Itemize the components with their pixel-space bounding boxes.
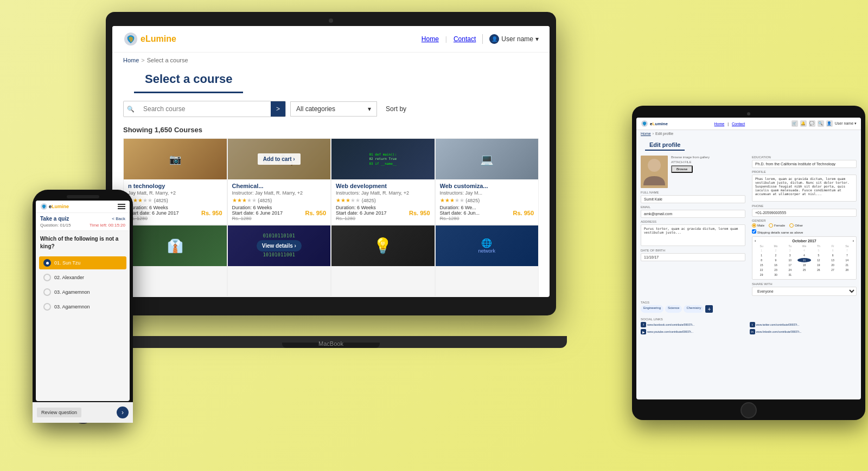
tablet-screen: eLumine Home | Contact 🛒 🔔 💬 🔍 👤 User na… [636, 118, 861, 399]
cal-day-20[interactable]: 20 [826, 263, 839, 267]
cal-day-18[interactable]: 18 [797, 263, 811, 267]
cal-day-2[interactable]: 2 [769, 253, 782, 257]
cal-day-prev-7[interactable]: 7 [840, 248, 854, 253]
course-duration-3: Duration: 6 Weeks [336, 205, 387, 210]
tag-add-button[interactable]: + [705, 305, 713, 313]
education-input[interactable] [752, 160, 857, 168]
option-radio-1 [43, 259, 51, 267]
site-logo: eHomeLumine [123, 31, 176, 47]
cal-day-prev-1[interactable]: 1 [755, 248, 768, 253]
cal-day-31[interactable]: 31 [783, 273, 797, 277]
twitter-link[interactable]: t www.twitter.com/contribute/09937t... [750, 322, 857, 327]
browse-button[interactable]: Browse [671, 165, 693, 173]
cal-day-21[interactable]: 21 [840, 263, 854, 267]
cal-day-22[interactable]: 22 [755, 268, 768, 272]
quiz-option-4[interactable]: 03. Agamemnon [39, 300, 126, 313]
share-with-select[interactable]: Everyone Friends Groups [752, 287, 857, 296]
linkedin-link[interactable]: in www.linkedin.com/contribute/09937t... [750, 329, 857, 334]
form-group-profile: Profile Phas lorem, quam ac gravida dict… [752, 170, 857, 202]
add-to-cart-button[interactable]: Add to cart › [258, 153, 301, 165]
fullname-input[interactable] [641, 195, 745, 203]
phone-nav: eLumine [36, 201, 130, 213]
cal-day-24[interactable]: 24 [783, 268, 797, 272]
cal-day-11-today[interactable]: 11 [797, 258, 811, 262]
cal-day-prev-5[interactable]: 5 [812, 248, 825, 253]
cal-day-19[interactable]: 19 [812, 263, 825, 267]
cal-day-3[interactable]: 3 [783, 253, 797, 257]
gender-other-option[interactable]: Other [789, 223, 803, 228]
address-same-checkbox[interactable]: Shipping details same as above [752, 229, 857, 234]
dob-input[interactable] [641, 253, 745, 261]
hamburger-menu[interactable] [118, 204, 125, 209]
hamburger-line-2 [118, 206, 125, 207]
cal-day-prev-3[interactable]: 3 [783, 248, 797, 253]
user-menu[interactable]: 👤 User name ▾ [482, 34, 539, 44]
view-details-button[interactable]: View details › [257, 240, 302, 251]
tablet-breadcrumb-home[interactable]: Home [641, 132, 651, 136]
cal-day-prev-4[interactable]: 4 [797, 248, 811, 253]
youtube-link[interactable]: ▶ www.youtube.com/contribute/09937t... [641, 329, 748, 334]
cal-day-25[interactable]: 25 [797, 268, 811, 272]
gender-female-option[interactable]: Female [769, 223, 785, 228]
cal-day-29[interactable]: 29 [755, 273, 768, 277]
cal-day-27[interactable]: 27 [826, 268, 839, 272]
cal-day-8[interactable]: 8 [755, 258, 768, 262]
logo-text: eHomeLumine [141, 34, 176, 44]
edit-profile-wrapper: Edit profile [636, 137, 861, 152]
phone-input[interactable] [752, 209, 857, 217]
breadcrumb-home[interactable]: Home [123, 57, 139, 63]
cal-prev-icon[interactable]: ‹ [755, 239, 756, 243]
category-select[interactable]: All categories ▾ [290, 101, 377, 117]
cal-day-7[interactable]: 7 [840, 253, 854, 257]
cal-day-prev-6[interactable]: 6 [826, 248, 839, 253]
quiz-option-2[interactable]: 02. Alexander [39, 271, 126, 284]
browse-gallery-link[interactable]: Browse image from gallery [671, 156, 710, 159]
cal-day-26[interactable]: 26 [812, 268, 825, 272]
cal-day-1[interactable]: 1 [755, 253, 768, 257]
cal-day-9[interactable]: 9 [769, 258, 782, 262]
tablet-notification-icon[interactable]: 🔔 [800, 120, 807, 127]
quiz-back-button[interactable]: < Back [112, 216, 125, 221]
quiz-option-1[interactable]: 01. Sun Tzu [39, 256, 126, 269]
tablet-home-button[interactable] [741, 402, 757, 418]
cal-day-15[interactable]: 15 [755, 263, 768, 267]
search-submit-button[interactable]: > [271, 101, 285, 117]
form-group-education: Education [752, 156, 857, 168]
cal-day-30[interactable]: 30 [769, 273, 782, 277]
cal-day-5[interactable]: 5 [812, 253, 825, 257]
email-input[interactable] [641, 210, 745, 218]
cal-day-12[interactable]: 12 [812, 258, 825, 262]
tablet-user-icon[interactable]: 👤 [826, 120, 833, 127]
cal-header-we: We [797, 244, 811, 248]
cal-day-14[interactable]: 14 [840, 258, 854, 262]
tablet-search-icon[interactable]: 🔍 [818, 120, 824, 127]
nav-home-link[interactable]: Home [422, 35, 439, 43]
cal-day-6[interactable]: 6 [826, 253, 839, 257]
profile-input[interactable]: Phas lorem, quam ac gravida dictum, lore… [752, 175, 857, 202]
tablet-nav-contact[interactable]: Contact [732, 122, 745, 126]
address-input[interactable]: Purus tortor, quam ac gravida dictum, lo… [641, 224, 745, 246]
cal-next-icon[interactable]: › [853, 239, 854, 243]
tablet-camera [747, 112, 750, 115]
cal-day-prev-2[interactable]: 2 [769, 248, 782, 253]
facebook-link[interactable]: f www.facebook.com/contribute/09937t... [641, 322, 748, 327]
form-group-fullname: Full name [641, 191, 745, 203]
tablet-cart-icon[interactable]: 🛒 [792, 120, 798, 127]
course-meta-4: Duration: 6 We... Start date: 6 Jun... R… [440, 205, 534, 221]
cal-day-28[interactable]: 28 [840, 268, 854, 272]
quiz-timer: Time left: 00:15:20 [90, 223, 125, 228]
course-thumb-wrapper-6: 01010110101 11010101010 00110101110 1010… [228, 225, 331, 266]
cal-day-4[interactable]: 4 [797, 253, 811, 257]
search-input[interactable] [138, 102, 271, 116]
cal-day-17[interactable]: 17 [783, 263, 797, 267]
nav-contact-link[interactable]: Contact [454, 35, 476, 43]
quiz-option-3[interactable]: 03. Agamemnon [39, 286, 126, 299]
facebook-icon: f [641, 322, 646, 327]
cal-day-13[interactable]: 13 [826, 258, 839, 262]
cal-day-16[interactable]: 16 [769, 263, 782, 267]
cal-day-10[interactable]: 10 [783, 258, 797, 262]
gender-male-option[interactable]: Male [752, 223, 764, 228]
cal-day-23[interactable]: 23 [769, 268, 782, 272]
tablet-nav-home[interactable]: Home [714, 122, 725, 126]
tablet-chat-icon[interactable]: 💬 [809, 120, 815, 127]
